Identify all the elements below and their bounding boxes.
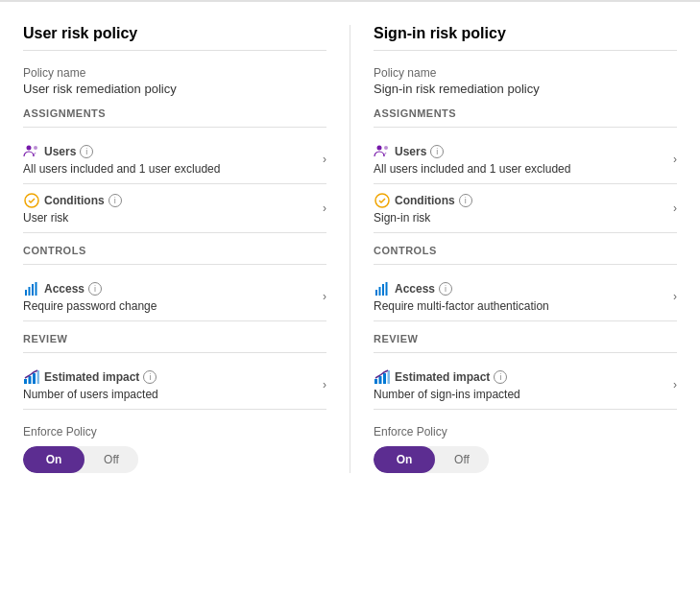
left-toggle[interactable]: On Off: [23, 446, 138, 473]
left-conditions-info[interactable]: i: [109, 194, 122, 207]
right-access-chevron: ›: [673, 290, 677, 303]
left-access-info[interactable]: i: [88, 282, 102, 296]
right-access-value: Require multi-factor authentication: [374, 299, 549, 313]
left-assignments-label: Assignments: [23, 107, 326, 119]
left-conditions-label: Conditions: [44, 194, 105, 207]
svg-rect-16: [382, 284, 384, 296]
left-estimated-row[interactable]: Estimated impact i Number of users impac…: [23, 361, 326, 410]
svg-rect-5: [32, 284, 34, 296]
svg-rect-3: [25, 290, 27, 296]
right-access-label: Access: [395, 282, 435, 296]
right-controls-label: Controls: [374, 245, 677, 256]
svg-rect-4: [29, 287, 31, 296]
right-toggle[interactable]: On Off: [374, 446, 489, 473]
right-review-divider: [374, 352, 677, 353]
svg-rect-9: [33, 373, 36, 384]
left-policy-name-label: Policy name: [23, 66, 326, 80]
left-users-label: Users: [44, 145, 76, 158]
right-review-label: Review: [374, 333, 677, 344]
left-controls-label: Controls: [23, 245, 326, 256]
right-conditions-value: Sign-in risk: [374, 211, 472, 225]
right-conditions-chevron: ›: [673, 202, 677, 215]
right-enforce-label: Enforce Policy: [374, 425, 677, 439]
left-enforce-section: Enforce Policy On Off: [23, 425, 326, 473]
left-access-value: Require password change: [23, 299, 157, 313]
left-conditions-chevron: ›: [323, 202, 326, 215]
left-access-icon: [23, 280, 40, 297]
left-estimated-value: Number of users impacted: [23, 388, 158, 401]
right-users-label: Users: [395, 145, 426, 158]
left-access-row[interactable]: Access i Require password change ›: [23, 273, 326, 321]
svg-rect-18: [374, 379, 377, 384]
signin-risk-title: Sign-in risk policy: [374, 25, 677, 51]
svg-rect-14: [375, 290, 377, 296]
right-access-icon: [374, 280, 391, 297]
right-estimated-label: Estimated impact: [395, 370, 490, 384]
left-conditions-value: User risk: [23, 211, 122, 225]
right-conditions-icon: [374, 192, 391, 209]
left-users-chevron: ›: [323, 153, 326, 166]
left-policy-name-value: User risk remediation policy: [23, 82, 326, 96]
svg-rect-8: [29, 376, 32, 384]
right-estimated-chevron: ›: [673, 378, 677, 391]
left-toggle-off[interactable]: Off: [84, 446, 138, 473]
left-estimated-label: Estimated impact: [44, 370, 139, 384]
right-assignments-label: Assignments: [374, 107, 677, 119]
user-risk-title: User risk policy: [23, 25, 326, 51]
right-users-chevron: ›: [673, 153, 677, 166]
svg-point-11: [377, 146, 382, 151]
right-access-row[interactable]: Access i Require multi-factor authentica…: [374, 273, 677, 321]
svg-rect-6: [36, 282, 37, 296]
right-users-info[interactable]: i: [430, 145, 444, 158]
left-users-row[interactable]: Users i All users included and 1 user ex…: [23, 135, 326, 184]
right-conditions-row[interactable]: Conditions i Sign-in risk ›: [374, 184, 677, 233]
right-users-value: All users included and 1 user excluded: [374, 162, 570, 176]
left-enforce-label: Enforce Policy: [23, 425, 326, 439]
left-estimated-icon: [23, 368, 40, 386]
right-estimated-value: Number of sign-ins impacted: [374, 388, 520, 401]
right-toggle-off[interactable]: Off: [435, 446, 489, 473]
right-conditions-info[interactable]: i: [459, 194, 472, 207]
left-users-icon: [23, 143, 40, 160]
right-estimated-icon: [374, 368, 391, 386]
right-users-icon: [374, 143, 391, 160]
right-assignments-divider: [374, 127, 677, 128]
left-estimated-chevron: ›: [323, 378, 326, 391]
svg-rect-20: [383, 373, 386, 384]
right-toggle-on[interactable]: On: [374, 446, 435, 473]
svg-rect-21: [388, 370, 391, 384]
right-access-info[interactable]: i: [439, 282, 452, 296]
left-access-chevron: ›: [323, 290, 326, 303]
right-policy-name-value: Sign-in risk remediation policy: [374, 82, 677, 96]
right-policy-name-label: Policy name: [374, 66, 677, 80]
user-risk-panel: User risk policy Policy name User risk r…: [0, 17, 350, 481]
svg-rect-19: [379, 376, 382, 384]
left-assignments-divider: [23, 127, 326, 128]
left-access-label: Access: [44, 282, 84, 296]
right-estimated-row[interactable]: Estimated impact i Number of sign-ins im…: [374, 361, 677, 410]
signin-risk-panel: Sign-in risk policy Policy name Sign-in …: [350, 17, 700, 481]
svg-rect-10: [37, 370, 40, 384]
left-review-divider: [23, 352, 326, 353]
left-conditions-row[interactable]: Conditions i User risk ›: [23, 184, 326, 233]
svg-point-1: [34, 146, 37, 150]
left-users-info[interactable]: i: [80, 145, 93, 158]
left-conditions-icon: [23, 192, 40, 209]
left-controls-divider: [23, 264, 326, 265]
right-controls-divider: [374, 264, 677, 265]
right-conditions-label: Conditions: [395, 194, 455, 207]
svg-rect-15: [379, 287, 381, 296]
svg-rect-7: [24, 379, 27, 384]
left-toggle-on[interactable]: On: [23, 446, 84, 473]
left-review-label: Review: [23, 333, 326, 344]
left-estimated-info[interactable]: i: [143, 370, 157, 384]
left-users-value: All users included and 1 user excluded: [23, 162, 220, 176]
right-estimated-info[interactable]: i: [494, 370, 507, 384]
svg-point-12: [384, 146, 388, 150]
right-users-row[interactable]: Users i All users included and 1 user ex…: [374, 135, 677, 184]
svg-point-0: [27, 146, 32, 151]
right-enforce-section: Enforce Policy On Off: [374, 425, 677, 473]
svg-rect-17: [386, 282, 388, 296]
